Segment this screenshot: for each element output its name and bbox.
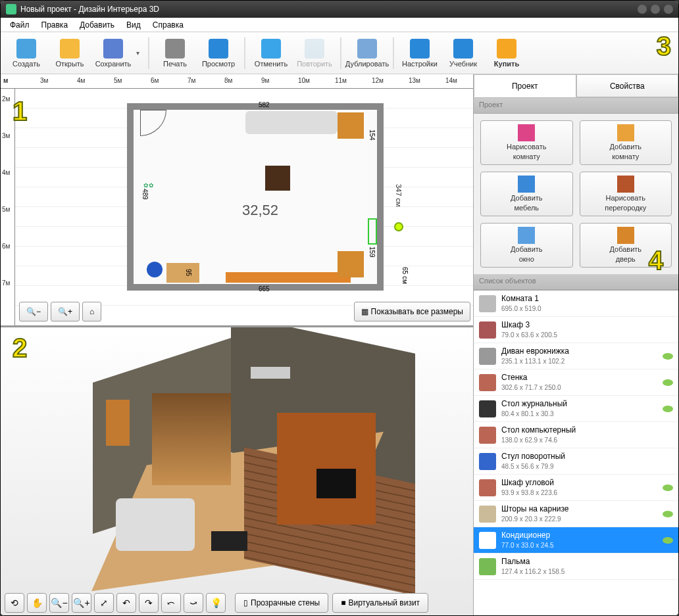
object-row[interactable]: Шкаф 379.0 x 63.6 x 200.5: [474, 317, 678, 343]
view-light-button[interactable]: 💡: [206, 593, 226, 613]
action-draw-room[interactable]: Нарисоватькомнату: [480, 120, 573, 165]
view-arc-r-button[interactable]: ⤻: [184, 593, 203, 613]
menu-Добавить[interactable]: Добавить: [74, 19, 120, 31]
duplicate-button[interactable]: Дублировать: [347, 35, 388, 72]
object-icon: [479, 321, 496, 339]
object-name: Стол компьютерный: [501, 425, 673, 436]
object-row[interactable]: Комната 1695.0 x 519.0: [474, 291, 678, 317]
visibility-icon[interactable]: [663, 406, 673, 412]
menu-Правка[interactable]: Правка: [36, 19, 74, 31]
transparent-walls-toggle[interactable]: ▯Прозрачные стены: [235, 593, 328, 613]
tab-properties[interactable]: Свойства: [576, 74, 679, 97]
buy-icon: [497, 39, 516, 59]
action-add-window[interactable]: Добавитьокно: [480, 223, 573, 268]
view-rotate-r-button[interactable]: ↷: [139, 593, 159, 613]
camera-icon: ■: [341, 598, 345, 607]
menu-Вид[interactable]: Вид: [121, 19, 146, 31]
preview-button[interactable]: Просмотр: [198, 35, 239, 72]
action-add-room[interactable]: Добавитькомнату: [580, 120, 672, 165]
view-3d[interactable]: ⟲✋🔍−🔍+⤢↶↷⤺⤻💡 ▯Прозрачные стены ■Виртуаль…: [1, 325, 473, 616]
coffee-table[interactable]: [265, 166, 290, 191]
redo-icon: [305, 39, 324, 59]
dim-seg-top: 154: [368, 130, 376, 141]
object-icon: [479, 295, 496, 312]
object-dim: 302.6 x 71.7 x 250.0: [501, 383, 657, 392]
plant[interactable]: ✿✿: [143, 182, 183, 222]
menu-Файл[interactable]: Файл: [5, 19, 35, 31]
chair[interactable]: [147, 262, 163, 277]
close-button[interactable]: [664, 5, 673, 14]
zoom-out-button[interactable]: 🔍−: [19, 302, 48, 321]
wall-unit[interactable]: [226, 272, 351, 283]
visibility-icon[interactable]: [663, 511, 673, 517]
object-dim: 695.0 x 519.0: [501, 304, 673, 313]
ruler-h-tick: 10м: [298, 77, 310, 84]
visibility-icon[interactable]: [663, 537, 673, 544]
curtains: [152, 393, 231, 485]
object-row[interactable]: Стул поворотный48.5 x 56.6 x 79.9: [474, 448, 678, 475]
print-button[interactable]: Печать: [155, 35, 195, 72]
object-row[interactable]: Стол компьютерный138.0 x 62.9 x 74.6: [474, 422, 678, 448]
object-row[interactable]: Кондиционер77.0 x 33.0 x 24.5: [474, 527, 678, 554]
tab-project[interactable]: Проект: [474, 74, 576, 97]
object-row[interactable]: Диван еврокнижка235.1 x 113.1 x 102.2: [474, 343, 678, 369]
object-name: Стул поворотный: [501, 452, 673, 462]
action-draw-partition[interactable]: Нарисоватьперегородку: [580, 172, 672, 216]
annotation-4: 4: [649, 246, 663, 275]
visibility-icon[interactable]: [663, 353, 673, 360]
create-button[interactable]: Создать: [6, 35, 47, 72]
object-row[interactable]: Шкаф угловой93.9 x 93.8 x 223.6: [474, 475, 678, 501]
selected-ac[interactable]: [368, 218, 377, 245]
maximize-button[interactable]: [651, 5, 660, 14]
view-arc-l-button[interactable]: ⤺: [161, 593, 181, 613]
object-row[interactable]: Стенка302.6 x 71.7 x 250.0: [474, 369, 678, 396]
buy-button[interactable]: Купить: [486, 35, 527, 72]
create-icon: [16, 39, 36, 59]
ruler-h-tick: 13м: [409, 77, 420, 84]
sofa-top[interactable]: [245, 111, 338, 134]
visibility-icon[interactable]: [663, 379, 673, 386]
view-360-button[interactable]: ⟲: [5, 593, 24, 613]
floor-plan[interactable]: 32,52 ✿✿ 582 665 347 с: [15, 89, 473, 325]
view-zoom-in-button[interactable]: 🔍+: [72, 593, 91, 613]
object-row[interactable]: Шторы на карнизе200.9 x 20.3 x 222.9: [474, 501, 678, 527]
zoom-in-button[interactable]: 🔍+: [51, 302, 80, 321]
show-all-dims-toggle[interactable]: ▦ Показывать все размеры: [354, 302, 470, 321]
object-row[interactable]: Пальма127.4 x 116.2 x 158.5: [474, 554, 678, 580]
undo-button[interactable]: Отменить: [251, 35, 291, 72]
save-button[interactable]: Сохранить: [93, 35, 134, 72]
corner-cabinet[interactable]: [338, 112, 364, 139]
save-dropdown[interactable]: ▾: [136, 49, 143, 57]
object-icon: [479, 427, 496, 444]
manual-icon: [453, 39, 473, 59]
workspace-left: м 3м4м5м6м7м8м9м10м11м12м13м14м 2м3м4м5м…: [1, 74, 473, 616]
object-icon: [479, 400, 496, 417]
view-hand-button[interactable]: ✋: [27, 593, 47, 613]
save-icon: [103, 39, 123, 59]
minimize-button[interactable]: [638, 5, 647, 14]
object-icon: [479, 348, 496, 365]
object-row[interactable]: Стол журнальный80.4 x 80.1 x 30.3: [474, 396, 678, 422]
action-add-furniture[interactable]: Добавитьмебель: [480, 172, 573, 216]
object-dim: 138.0 x 62.9 x 74.6: [501, 436, 673, 444]
settings-button[interactable]: Настройки: [399, 35, 440, 72]
section-objects-head: Список объектов: [474, 274, 678, 290]
object-list[interactable]: Комната 1695.0 x 519.0Шкаф 379.0 x 63.6 …: [474, 290, 678, 616]
desk[interactable]: [166, 263, 199, 283]
corner-cabinet-2[interactable]: [338, 251, 364, 277]
virtual-visit-button[interactable]: ■Виртуальный визит: [332, 593, 428, 613]
titlebar[interactable]: Новый проект - Дизайн Интерьера 3D: [1, 1, 678, 18]
menu-Справка[interactable]: Справка: [147, 19, 189, 31]
home-button[interactable]: ⌂: [82, 302, 101, 321]
view-zoom-out-button[interactable]: 🔍−: [49, 593, 69, 613]
view-rotate-l-button[interactable]: ↶: [116, 593, 136, 613]
open-button[interactable]: Открыть: [49, 35, 90, 72]
view-fit-button[interactable]: ⤢: [94, 593, 114, 613]
ruler-h-tick: 6м: [151, 77, 159, 84]
visibility-icon[interactable]: [663, 485, 673, 491]
ruler-h-tick: 9м: [261, 77, 269, 84]
ruler-horizontal: м 3м4м5м6м7м8м9м10м11м12м13м14м: [1, 74, 473, 89]
manual-button[interactable]: Учебник: [443, 35, 484, 72]
redo-button[interactable]: Повторить: [294, 35, 335, 72]
ruler-v-tick: 5м: [2, 206, 10, 213]
